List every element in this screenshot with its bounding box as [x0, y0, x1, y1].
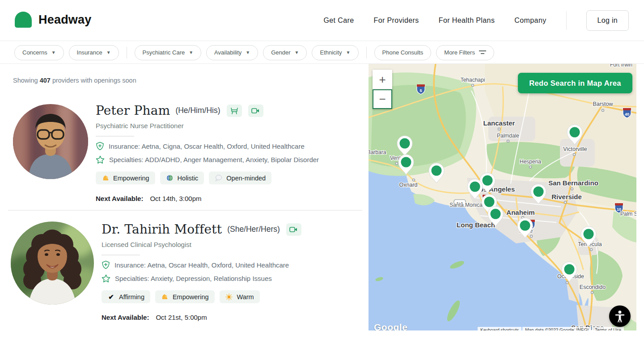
nav-company[interactable]: Company	[514, 17, 546, 25]
filter-more-filters-label: More Filters	[444, 49, 475, 56]
chevron-down-icon: ▼	[246, 50, 250, 55]
headway-logo[interactable]: Headway	[15, 12, 91, 28]
filter-group-divider	[127, 47, 127, 59]
title-divider	[96, 136, 134, 137]
provider-specialties: Specialties: ADD/ADHD, Anger Management,…	[109, 156, 319, 163]
specialties-star-icon	[102, 274, 110, 283]
nav-for-health-plans[interactable]: For Health Plans	[439, 17, 495, 25]
filter-phone-consults-label: Phone Consults	[382, 49, 424, 56]
filter-bar: Concerns▼ Insurance▼ Psychiatric Care▼ A…	[0, 42, 644, 64]
filter-insurance[interactable]: Insurance▼	[69, 45, 119, 60]
filter-concerns-label: Concerns	[22, 49, 47, 56]
sun-icon	[225, 293, 233, 301]
svg-text:Santa Barbara: Santa Barbara	[369, 149, 386, 155]
specialties-star-icon	[96, 155, 105, 164]
google-logo: Google	[374, 322, 407, 330]
map-canvas: 5 40 101 605 15 10 Tehachapi Fort Irwin …	[369, 64, 636, 330]
svg-text:Lancaster: Lancaster	[483, 119, 515, 127]
provider-photo[interactable]	[13, 104, 88, 179]
svg-text:Victorville: Victorville	[563, 146, 587, 152]
google-map[interactable]: 5 40 101 605 15 10 Tehachapi Fort Irwin …	[369, 64, 636, 330]
tag-label: Empowering	[113, 175, 149, 182]
next-available-value: Oct 14th, 3:00pm	[150, 195, 201, 202]
provider-title: Psychiatric Nurse Practitioner	[96, 122, 364, 130]
results-count: Showing 407 providers with openings soon	[13, 77, 136, 84]
filter-availability[interactable]: Availability▼	[206, 45, 258, 60]
svg-text:Hesperia: Hesperia	[520, 159, 541, 165]
tag-affirming: ✔ Affirming	[102, 290, 150, 303]
svg-text:40: 40	[625, 112, 629, 117]
nav-get-care[interactable]: Get Care	[323, 17, 354, 25]
nav-divider	[566, 11, 567, 30]
provider-insurance: Insurance: Aetna, Oscar Health, Oxford, …	[114, 261, 289, 269]
filter-group-divider	[366, 47, 367, 59]
check-mark-icon: ✔	[107, 293, 115, 301]
filter-concerns[interactable]: Concerns▼	[14, 45, 64, 60]
tag-label: Warm	[237, 293, 254, 301]
zoom-in-button[interactable]: +	[373, 70, 392, 89]
filter-psychiatric-care-label: Psychiatric Care	[143, 49, 185, 56]
title-divider	[102, 255, 140, 255]
svg-text:Anaheim: Anaheim	[506, 209, 534, 216]
svg-text:Fort Irwin: Fort Irwin	[610, 64, 632, 68]
provider-insurance: Insurance: Aetna, Cigna, Oscar Health, O…	[109, 142, 305, 150]
header-nav: Get Care For Providers For Health Plans …	[323, 0, 629, 41]
video-camera-icon	[286, 223, 301, 236]
tag-warm: Warm	[220, 290, 260, 303]
provider-name[interactable]: Dr. Tahirih Moffett	[102, 222, 222, 237]
keyboard-shortcuts-link[interactable]: Keyboard shortcuts	[478, 327, 521, 330]
thought-balloon-icon	[215, 174, 222, 182]
terms-of-use-link[interactable]: Terms of Use	[592, 327, 624, 330]
filter-more-filters[interactable]: More Filters	[436, 45, 494, 60]
provider-name[interactable]: Peter Pham	[96, 103, 170, 118]
chevron-down-icon: ▼	[346, 50, 351, 55]
chevron-down-icon: ▼	[51, 50, 56, 55]
filter-phone-consults[interactable]: Phone Consults	[374, 45, 432, 60]
svg-text:Tehachapi: Tehachapi	[461, 77, 485, 83]
nav-for-providers[interactable]: For Providers	[374, 17, 419, 25]
results-suffix: providers with openings soon	[52, 77, 136, 84]
globe-icon	[166, 174, 174, 182]
svg-text:Santa Monica: Santa Monica	[449, 202, 483, 208]
card-divider	[8, 210, 362, 211]
tag-empowering: Empowering	[96, 171, 155, 184]
filter-availability-label: Availability	[214, 49, 242, 56]
accessibility-person-icon	[614, 310, 626, 322]
tag-label: Affirming	[119, 293, 144, 301]
headway-logo-icon	[15, 12, 32, 28]
in-person-chair-icon	[227, 105, 242, 117]
chevron-down-icon: ▼	[106, 50, 111, 55]
zoom-out-button[interactable]: −	[373, 89, 392, 109]
redo-search-button[interactable]: Redo Search in Map Area	[518, 73, 632, 93]
next-available-value: Oct 21st, 5:00pm	[156, 314, 207, 321]
brand-name: Headway	[38, 13, 91, 27]
tag-label: Open-minded	[226, 175, 266, 182]
results-number: 407	[40, 77, 51, 84]
insurance-shield-icon	[96, 142, 104, 151]
chevron-down-icon: ▼	[189, 50, 193, 55]
top-navigation-bar: Headway Get Care For Providers For Healt…	[0, 0, 644, 41]
accessibility-button[interactable]	[609, 305, 631, 327]
filter-psychiatric-care[interactable]: Psychiatric Care▼	[135, 45, 202, 60]
tahirih-moffett-portrait	[11, 222, 94, 305]
svg-text:Barstow: Barstow	[593, 101, 613, 107]
provider-pronouns: (She/Her/Hers)	[227, 225, 280, 234]
insurance-shield-icon	[102, 260, 110, 269]
results-prefix: Showing	[13, 77, 38, 84]
filter-sliders-icon	[479, 50, 486, 55]
login-button[interactable]: Log in	[586, 10, 629, 31]
tag-label: Empowering	[173, 293, 209, 301]
provider-photo[interactable]	[11, 222, 94, 305]
provider-card[interactable]: Dr. Tahirih Moffett (She/Her/Hers) Licen…	[102, 222, 370, 321]
filter-ethnicity[interactable]: Ethnicity▼	[312, 45, 358, 60]
filter-gender-label: Gender	[271, 49, 290, 56]
map-attribution: Keyboard shortcuts Map data ©2022 Google…	[478, 327, 624, 330]
filter-ethnicity-label: Ethnicity	[320, 49, 342, 56]
filter-gender[interactable]: Gender▼	[263, 45, 307, 60]
svg-text:5: 5	[419, 88, 422, 93]
provider-card[interactable]: Peter Pham (He/Him/His) Psychiatric Nurs…	[96, 103, 364, 202]
svg-text:Escondido: Escondido	[580, 284, 606, 290]
svg-text:San Bernardino: San Bernardino	[548, 179, 598, 187]
svg-text:Riverside: Riverside	[551, 193, 582, 201]
next-available-label: Next Available:	[102, 314, 149, 321]
